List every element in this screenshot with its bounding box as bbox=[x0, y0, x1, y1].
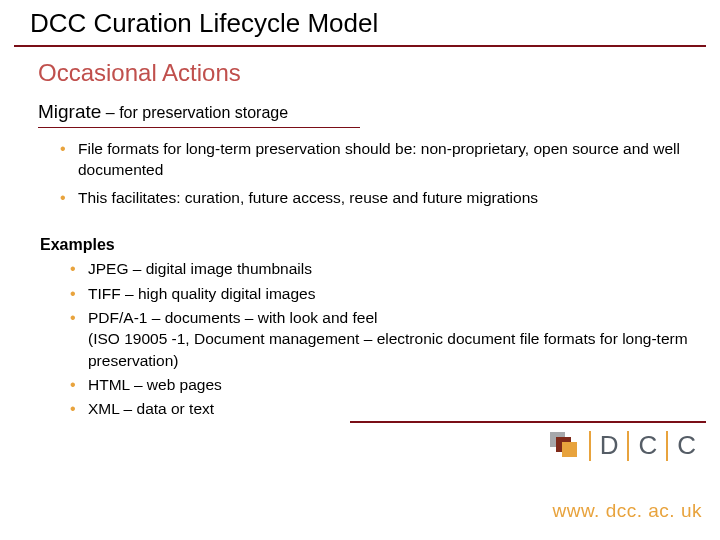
list-item: HTML – web pages bbox=[88, 374, 694, 395]
slide-title: DCC Curation Lifecycle Model bbox=[0, 0, 720, 45]
logo-letter: D bbox=[600, 430, 619, 461]
section-heading: Occasional Actions bbox=[0, 47, 720, 87]
logo-bar bbox=[627, 431, 629, 461]
slide: DCC Curation Lifecycle Model Occasional … bbox=[0, 0, 720, 540]
list-item: PDF/A-1 – documents – with look and feel… bbox=[88, 307, 694, 371]
subheading-suffix: – for preservation storage bbox=[101, 104, 288, 121]
examples-title: Examples bbox=[40, 236, 694, 254]
footer-url: www. dcc. ac. uk bbox=[553, 500, 703, 522]
examples-list: JPEG – digital image thumbnails TIFF – h… bbox=[40, 258, 694, 420]
list-item: File formats for long-term preservation … bbox=[78, 138, 694, 181]
logo-letter: C bbox=[677, 430, 696, 461]
subheading-main: Migrate bbox=[38, 101, 101, 122]
footer-divider bbox=[350, 421, 706, 423]
logo-letter: C bbox=[638, 430, 657, 461]
list-item: XML – data or text bbox=[88, 398, 694, 419]
dcc-logo: D C C bbox=[550, 430, 696, 461]
examples-section: Examples JPEG – digital image thumbnails… bbox=[0, 214, 720, 420]
logo-bar bbox=[589, 431, 591, 461]
list-item: JPEG – digital image thumbnails bbox=[88, 258, 694, 279]
subheading: Migrate – for preservation storage bbox=[0, 87, 720, 125]
logo-squares-icon bbox=[550, 432, 580, 460]
list-item: This facilitates: curation, future acces… bbox=[78, 187, 694, 208]
logo-bar bbox=[666, 431, 668, 461]
list-item: TIFF – high quality digital images bbox=[88, 283, 694, 304]
body-list: File formats for long-term preservation … bbox=[0, 128, 720, 208]
